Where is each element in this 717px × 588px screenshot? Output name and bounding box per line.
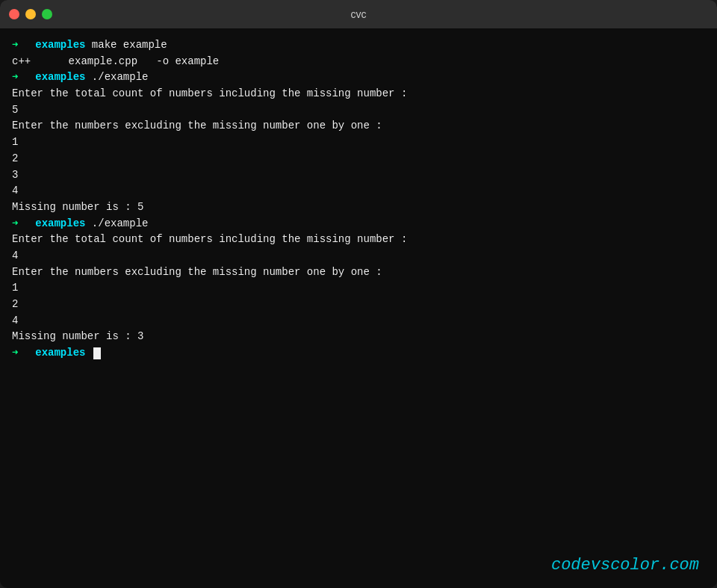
prompt-line-12: ➜ examples ./example (12, 216, 705, 232)
dir-name-1: examples (22, 37, 85, 54)
dir-name-final: examples (22, 345, 85, 362)
dir-name-12: examples (22, 216, 85, 232)
arrow-icon-1: ➜ (12, 37, 18, 54)
output-line-8: 2 (12, 151, 705, 167)
watermark: codevscolor.com (551, 556, 699, 575)
cmd-3: ./example (85, 69, 148, 86)
cmd-final (85, 345, 91, 362)
output-line-2: c++ example.cpp -o example (12, 54, 705, 70)
output-line-16: 1 (12, 280, 705, 297)
prompt-line-3: ➜ examples ./example (12, 69, 705, 86)
cursor (93, 347, 101, 359)
prompt-line-1: ➜ examples make example (12, 37, 705, 54)
window-title: cvc (351, 8, 367, 20)
output-line-15: Enter the numbers excluding the missing … (12, 264, 705, 281)
maximize-button[interactable] (42, 9, 52, 19)
output-line-11: Missing number is : 5 (12, 199, 705, 216)
output-line-6: Enter the numbers excluding the missing … (12, 118, 705, 134)
output-line-19: Missing number is : 3 (12, 329, 705, 345)
close-button[interactable] (9, 9, 19, 19)
output-line-4: Enter the total count of numbers includi… (12, 86, 705, 102)
prompt-line-final: ➜ examples (12, 345, 705, 362)
arrow-icon-final: ➜ (12, 345, 18, 362)
output-line-18: 4 (12, 313, 705, 329)
arrow-icon-12: ➜ (12, 216, 18, 232)
output-line-13: Enter the total count of numbers includi… (12, 232, 705, 248)
titlebar: cvc (0, 0, 717, 28)
output-line-14: 4 (12, 248, 705, 264)
output-line-5: 5 (12, 102, 705, 119)
terminal-body[interactable]: ➜ examples make example c++ example.cpp … (0, 28, 717, 588)
output-line-9: 3 (12, 167, 705, 184)
output-line-17: 2 (12, 297, 705, 313)
traffic-lights (9, 9, 52, 19)
minimize-button[interactable] (25, 9, 36, 19)
cmd-1: make example (85, 37, 167, 54)
output-line-7: 1 (12, 134, 705, 151)
arrow-icon-3: ➜ (12, 69, 18, 86)
dir-name-3: examples (22, 69, 85, 86)
terminal-window: cvc ➜ examples make example c++ example.… (0, 0, 717, 588)
cmd-12: ./example (85, 216, 148, 232)
output-line-10: 4 (12, 183, 705, 199)
